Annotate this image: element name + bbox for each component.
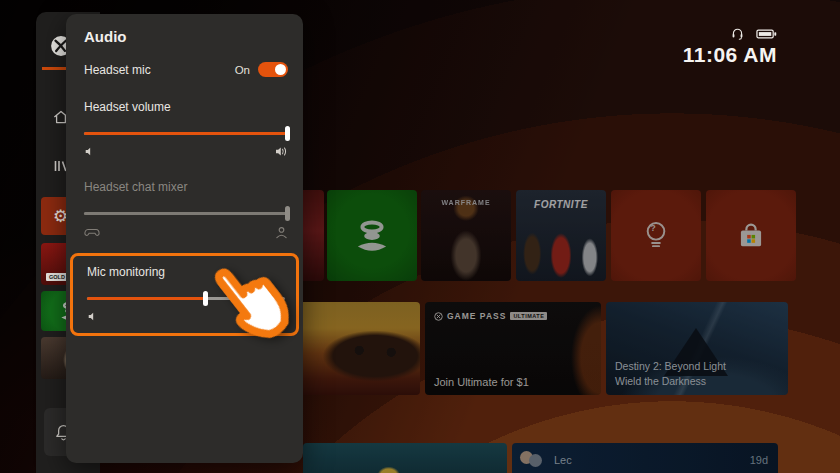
speaker-low-icon (84, 146, 96, 157)
headset-chat-mixer-slider[interactable] (84, 206, 288, 220)
status-bar: 11:06 AM (683, 27, 777, 67)
battery-icon (756, 28, 777, 40)
speaker-high-icon (275, 146, 288, 157)
headset-volume-label: Headset volume (84, 100, 288, 114)
slider-thumb[interactable] (285, 126, 290, 141)
speaker-low-icon (87, 311, 99, 322)
headset-volume-group: Headset volume (84, 100, 288, 157)
toggle-knob (275, 64, 286, 75)
headset-chat-mixer-group: Headset chat mixer (84, 180, 288, 239)
controller-icon (84, 227, 100, 238)
headset-volume-slider[interactable] (84, 126, 288, 140)
headset-mic-label: Headset mic (84, 63, 151, 77)
person-icon (275, 226, 288, 239)
xbox-dashboard: WARFRAME FORTNITE ? elease GAME PASS ULT… (0, 0, 840, 473)
slider-thumb[interactable] (285, 206, 290, 221)
toggle-state-label: On (235, 64, 250, 76)
headset-mic-toggle[interactable] (258, 62, 288, 77)
headset-icon (731, 27, 744, 40)
headset-chat-mixer-label: Headset chat mixer (84, 180, 288, 194)
panel-title: Audio (84, 28, 288, 45)
gold-badge: GOLD (46, 273, 68, 281)
clock: 11:06 AM (683, 43, 777, 67)
headset-mic-row: Headset mic On (84, 62, 288, 77)
